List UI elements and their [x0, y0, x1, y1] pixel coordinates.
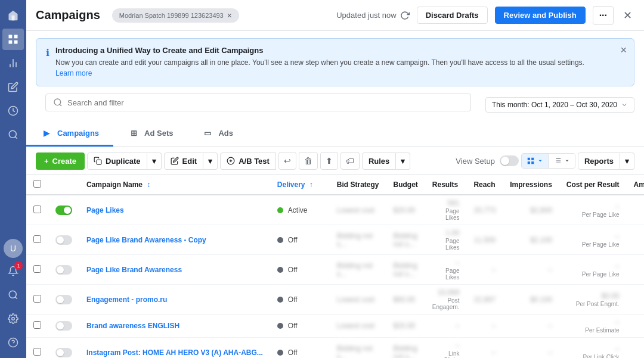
account-pill-close[interactable]: × — [227, 11, 232, 20]
reports-dropdown-button[interactable]: ▾ — [620, 152, 634, 170]
delivery-cell: Active — [277, 206, 323, 214]
svg-point-8 — [9, 130, 16, 138]
account-name: Modrian Spatch 199899 123623493 — [119, 12, 224, 19]
campaign-toggle[interactable] — [55, 235, 72, 245]
sidebar-settings-icon[interactable] — [2, 308, 24, 329]
info-banner: ℹ Introducing a Unified Way to Create an… — [36, 38, 634, 86]
row-checkbox[interactable] — [33, 295, 41, 303]
table-row: Page Like Brand Awareness Off Bidding no… — [26, 255, 644, 285]
duplicate-button[interactable]: Duplicate — [87, 152, 147, 170]
sidebar-home-icon[interactable] — [2, 5, 24, 26]
campaign-name-header[interactable]: Campaign Name ↕ — [79, 175, 270, 195]
account-pill[interactable]: Modrian Spatch 199899 123623493 × — [112, 8, 239, 23]
date-filter[interactable]: This month: Oct 1, 2020 – Oct 30, 2020 — [485, 97, 634, 113]
budget: Bidding not s... — [394, 232, 417, 248]
rules-dropdown-button[interactable]: ▾ — [396, 152, 410, 170]
campaigns-table-container: Campaign Name ↕ Delivery ↑ Bid Strategy … — [26, 175, 644, 358]
sidebar-edit-icon[interactable] — [2, 76, 24, 98]
search-bar[interactable] — [45, 94, 471, 111]
impressions: $0.100 — [530, 295, 552, 304]
cost-per-label: Per Post Engmt. — [566, 301, 620, 307]
campaign-name[interactable]: Brand awareness ENGLISH — [86, 322, 179, 330]
discard-drafts-button[interactable]: Discard Drafts — [417, 7, 488, 24]
bid-strategy: Lowest cost — [337, 206, 374, 214]
tab-bar: ▶ Campaigns ⊞ Ad Sets ▭ Ads — [26, 121, 644, 147]
delivery-status: Off — [288, 295, 298, 304]
delivery-status: Off — [288, 348, 298, 357]
name-sort-icon: ↕ — [147, 180, 150, 189]
learn-more-link[interactable]: Learn more — [55, 69, 92, 77]
undo-button[interactable]: ↩ — [278, 152, 296, 170]
edit-button[interactable]: Edit — [164, 152, 204, 170]
row-checkbox[interactable] — [33, 321, 41, 329]
toggle-knob — [501, 157, 509, 165]
sidebar-search-icon[interactable] — [2, 124, 24, 145]
refresh-icon[interactable] — [400, 11, 410, 20]
select-all-checkbox[interactable] — [33, 180, 41, 188]
edit-dropdown-button[interactable]: ▾ — [203, 152, 218, 170]
table-row: Page Like Brand Awareness - Copy Off Bid… — [26, 225, 644, 255]
sidebar-help-icon[interactable] — [2, 332, 24, 353]
reports-button[interactable]: Reports — [578, 152, 620, 170]
adsets-tab-icon: ⊞ — [128, 127, 140, 139]
delivery-header[interactable]: Delivery ↑ — [270, 175, 330, 195]
tab-ads[interactable]: ▭ Ads — [187, 121, 247, 147]
abtest-button[interactable]: A/B Test — [220, 152, 276, 170]
share-button[interactable]: ⬆ — [320, 152, 338, 170]
impressions-header: Impressions — [503, 175, 559, 195]
info-title: Introducing a Unified Way to Create and … — [55, 46, 624, 55]
sidebar-analytics-icon[interactable] — [2, 52, 24, 74]
campaign-name[interactable]: Engagement - promo.ru — [86, 295, 167, 304]
tag-button[interactable]: 🏷 — [340, 152, 360, 170]
adsets-tab-label: Ad Sets — [144, 129, 173, 138]
create-button[interactable]: + Create — [36, 152, 85, 170]
delete-button[interactable]: 🗑 — [299, 152, 318, 170]
results-label: Link Clicks — [432, 350, 460, 358]
avatar[interactable]: U — [4, 239, 23, 258]
review-publish-button[interactable]: Review and Publish — [495, 7, 586, 24]
campaign-name[interactable]: Page Likes — [86, 206, 124, 214]
sidebar-notifications-icon[interactable]: 1 — [2, 260, 24, 282]
results-label: Post Engagem. — [432, 297, 460, 310]
campaign-toggle[interactable] — [55, 348, 72, 357]
campaign-toggle[interactable] — [55, 265, 72, 275]
duplicate-dropdown-button[interactable]: ▾ — [147, 152, 162, 170]
toolbar: + Create Duplicate ▾ Edit ▾ — [26, 147, 644, 175]
campaign-name[interactable]: Page Like Brand Awareness — [86, 266, 182, 274]
view-setup-toggle[interactable] — [500, 155, 519, 166]
toggle-knob — [57, 322, 64, 329]
campaign-toggle[interactable] — [55, 206, 72, 215]
reach: – — [491, 348, 496, 357]
close-button[interactable]: ✕ — [621, 7, 634, 24]
chevron-down-icon — [621, 101, 628, 108]
banner-close-button[interactable]: × — [620, 45, 627, 55]
sidebar: U 1 — [0, 0, 26, 358]
list-view-button[interactable] — [549, 154, 575, 168]
campaign-toggle[interactable] — [55, 321, 72, 331]
tab-adsets[interactable]: ⊞ Ad Sets — [113, 121, 187, 147]
svg-line-16 — [60, 104, 61, 106]
sidebar-ads-icon[interactable] — [2, 29, 24, 50]
svg-line-11 — [15, 297, 17, 298]
cost-per-label: Per Page Like — [566, 241, 620, 248]
campaign-name[interactable]: Instagram Post: HOME AH HERO V3 (A) AHA-… — [86, 348, 263, 357]
sidebar-history-icon[interactable] — [2, 100, 24, 122]
row-checkbox[interactable] — [33, 348, 41, 356]
edit-icon — [171, 157, 179, 165]
tab-campaigns[interactable]: ▶ Campaigns — [26, 121, 113, 147]
select-all-header[interactable] — [26, 175, 48, 195]
campaign-name[interactable]: Page Like Brand Awareness - Copy — [86, 236, 206, 244]
table-row: Brand awareness ENGLISH Off Lowest cost$… — [26, 315, 644, 338]
more-options-button[interactable]: ··· — [593, 6, 614, 25]
rules-button[interactable]: Rules — [362, 152, 396, 170]
budget: Bidding not s... — [394, 262, 417, 278]
row-checkbox[interactable] — [33, 235, 41, 243]
delivery-cell: Off — [277, 236, 323, 244]
budget: $20.00 — [394, 206, 416, 214]
sidebar-search2-icon[interactable] — [2, 284, 24, 306]
grid-view-button[interactable] — [522, 154, 549, 168]
search-input[interactable] — [67, 98, 463, 107]
row-checkbox[interactable] — [33, 265, 41, 273]
row-checkbox[interactable] — [33, 206, 41, 213]
campaign-toggle[interactable] — [55, 295, 72, 304]
